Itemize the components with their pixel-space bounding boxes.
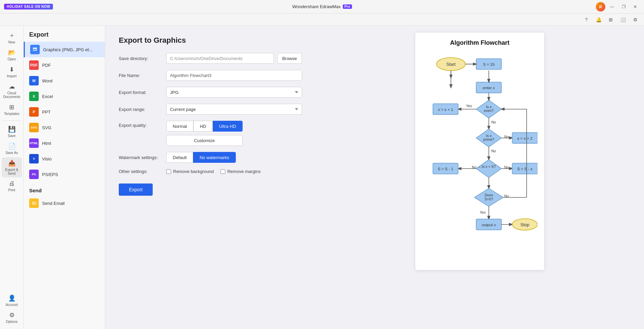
file-name-row: File Name: — [119, 70, 302, 81]
quality-ultrahd-button[interactable]: Ultra HD — [213, 121, 243, 132]
save-directory-row: Save directory: Browse — [119, 53, 302, 64]
other-settings-label: Other settings: — [119, 169, 163, 174]
titlebar-center: Wondershare EdrawMax Pro — [292, 4, 352, 9]
sidebar-item-templates[interactable]: ⊞ Templates — [2, 101, 22, 118]
cloud-icon: ☁ — [9, 83, 15, 90]
browse-button[interactable]: Browse — [277, 53, 302, 64]
export-item-sendemail[interactable]: ✉ Send Email — [24, 195, 105, 211]
remove-margins-text: Remove margins — [227, 169, 261, 174]
watermark-label: Watermark settings: — [119, 155, 163, 160]
options-icon: ⚙ — [9, 311, 15, 319]
export-item-visio[interactable]: V Visio — [24, 151, 105, 167]
export-range-label: Export range: — [119, 107, 163, 112]
svg-text:enter x: enter x — [483, 85, 495, 90]
ppt-icon: P — [29, 107, 39, 117]
export-item-html[interactable]: HTML Html — [24, 135, 105, 151]
quality-normal-button[interactable]: Normal — [166, 121, 193, 132]
help-icon[interactable]: ? — [582, 15, 591, 24]
sidebar-item-options[interactable]: ⚙ Options — [2, 309, 22, 326]
pseps-icon: PS — [29, 170, 39, 179]
svg-text:Is x: Is x — [486, 105, 492, 109]
flowchart-svg: Start S = 15 enter x — [422, 53, 537, 262]
remove-margins-checkbox[interactable] — [221, 169, 225, 174]
sidebar-item-import[interactable]: ⬇ Import — [2, 64, 22, 80]
file-name-label: File Name: — [119, 73, 163, 78]
left-panel: Export Graphics (PNG, JPG et... PDF PDF … — [24, 26, 105, 329]
export-button[interactable]: Export — [119, 183, 153, 196]
minimize-button[interactable]: — — [607, 2, 617, 12]
sidebar-narrow: ＋ New 📂 Open ⬇ Import ☁ Cloud Documents … — [0, 26, 24, 329]
saveas-icon: 📄 — [8, 142, 16, 150]
watermark-default-button[interactable]: Default — [166, 152, 193, 163]
avatar[interactable]: R — [596, 2, 605, 12]
export-item-excel[interactable]: X Excel — [24, 89, 105, 104]
sidebar-item-print[interactable]: 🖨 Print — [2, 178, 22, 194]
app-title: Wondershare EdrawMax — [292, 4, 341, 9]
excel-label: Excel — [42, 94, 53, 99]
svg-text:S = S - 1: S = S - 1 — [438, 167, 453, 171]
export-icon: 📤 — [8, 159, 16, 167]
export-quality-label: Export quality: — [119, 121, 163, 128]
sidebar-item-account[interactable]: 👤 Account — [2, 292, 22, 309]
holiday-sale-badge[interactable]: HOLIDAY SALE ON NOW — [4, 4, 53, 9]
export-item-svg[interactable]: SVG SVG — [24, 120, 105, 135]
close-button[interactable]: ✕ — [630, 2, 640, 12]
sidebar-item-cloud[interactable]: ☁ Cloud Documents — [2, 81, 22, 101]
sidebar-save-label: Save — [8, 134, 16, 138]
export-item-pdf[interactable]: PDF PDF — [24, 57, 105, 73]
file-name-input[interactable] — [166, 70, 302, 81]
checkbox-group: Remove background Remove margins — [166, 169, 261, 174]
svg-text:Does: Does — [485, 193, 493, 197]
export-quality-row: Export quality: Normal HD Ultra HD Custo… — [119, 121, 302, 146]
sidebar-item-new[interactable]: ＋ New — [2, 29, 22, 46]
svg-text:No: No — [491, 120, 496, 124]
sidebar-bottom: 👤 Account ⚙ Options — [0, 292, 23, 326]
pdf-label: PDF — [42, 63, 51, 68]
export-btn-container: Export — [119, 180, 302, 196]
quality-group: Normal HD Ultra HD — [166, 121, 243, 132]
svg-text:S=0?: S=0? — [485, 197, 493, 201]
export-item-word[interactable]: W Word — [24, 73, 105, 89]
customize-button[interactable]: Customize — [166, 135, 243, 146]
export-format-row: Export format: JPG PNG BMP SVG — [119, 87, 302, 98]
svg-text:Stop: Stop — [520, 222, 529, 227]
sidebar-item-open[interactable]: 📂 Open — [2, 47, 22, 63]
svg-text:No: No — [491, 149, 496, 153]
export-format-select[interactable]: JPG PNG BMP SVG — [166, 87, 302, 98]
sidebar-templates-label: Templates — [4, 112, 20, 116]
export-item-ppt[interactable]: P PPT — [24, 104, 105, 120]
titlebar: HOLIDAY SALE ON NOW Wondershare EdrawMax… — [0, 0, 644, 14]
sidebar-item-saveas[interactable]: 📄 Save As — [2, 140, 22, 157]
preview-area: Algorithm Flowchart Start S = 15 — [316, 26, 644, 329]
remove-margins-label[interactable]: Remove margins — [221, 169, 261, 174]
print-icon: 🖨 — [9, 180, 15, 187]
actionbar: ? 🔔 ⊞ ⬜ ⚙ — [0, 14, 644, 26]
svg-text:Yes: Yes — [466, 104, 472, 108]
maximize-button[interactable]: ❐ — [619, 2, 628, 12]
watermark-row: Watermark settings: Default No watermark… — [119, 152, 302, 163]
svg-text:prime?: prime? — [483, 137, 494, 141]
grid-icon[interactable]: ⊞ — [606, 15, 615, 24]
export-form: Export to Graphics Save directory: Brows… — [105, 26, 316, 329]
svg-text:x = x + 2: x = x + 2 — [517, 136, 532, 140]
remove-background-checkbox[interactable] — [166, 169, 171, 174]
notification-icon[interactable]: 🔔 — [594, 15, 603, 24]
sidebar-new-label: New — [8, 40, 15, 44]
export-item-graphics[interactable]: Graphics (PNG, JPG et... — [24, 42, 105, 57]
sidebar-import-label: Import — [7, 74, 16, 78]
titlebar-left: HOLIDAY SALE ON NOW — [4, 4, 53, 9]
svg-rect-0 — [33, 47, 37, 51]
remove-background-label[interactable]: Remove background — [166, 169, 214, 174]
template-icon[interactable]: ⬜ — [618, 15, 628, 24]
settings-icon[interactable]: ⚙ — [630, 15, 640, 24]
watermark-none-button[interactable]: No watermarks — [193, 152, 235, 163]
export-item-pseps[interactable]: PS PS/EPS — [24, 167, 105, 182]
save-directory-input[interactable] — [166, 53, 274, 64]
export-range-select[interactable]: Current page All pages Selection — [166, 104, 302, 115]
sidebar-item-save[interactable]: 💾 Save — [2, 123, 22, 140]
quality-column: Normal HD Ultra HD Customize — [166, 121, 243, 146]
ppt-label: PPT — [42, 110, 51, 115]
quality-hd-button[interactable]: HD — [193, 121, 213, 132]
sidebar-export-label: Export & Send — [3, 168, 21, 175]
sidebar-item-export[interactable]: 📤 Export & Send — [2, 157, 22, 177]
